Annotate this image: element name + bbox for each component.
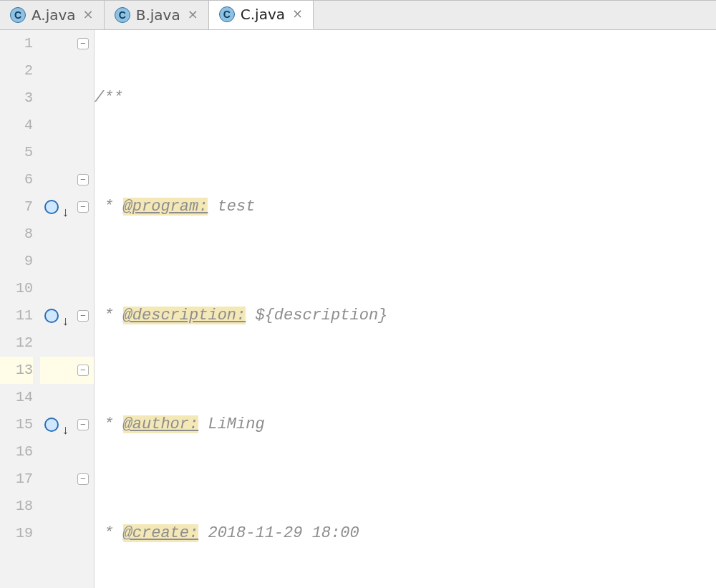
fold-slot — [73, 302, 94, 329]
line-number: 17 — [0, 466, 33, 493]
code-line[interactable]: * @description: ${description} — [95, 302, 716, 329]
gutter-icon-slot — [40, 30, 73, 57]
fold-slot — [73, 520, 94, 547]
fold-toggle-icon[interactable] — [77, 365, 89, 376]
fold-slot — [73, 493, 94, 520]
line-number: 11 — [0, 302, 33, 329]
gutter-icon-slot: ↓ — [40, 411, 73, 438]
gutter-icon-slot: ↓ — [40, 193, 73, 221]
java-class-icon: C — [115, 7, 130, 23]
fold-gutter — [73, 30, 95, 588]
fold-slot — [73, 248, 94, 275]
fold-slot — [73, 221, 94, 248]
line-number: 1 — [0, 30, 33, 57]
close-icon[interactable]: × — [291, 6, 304, 23]
line-number: 10 — [0, 275, 33, 302]
gutter-icon-slot — [40, 493, 73, 520]
code-area[interactable]: /** * @program: test * @description: ${d… — [95, 30, 716, 588]
gutter-icon-slot — [40, 112, 73, 139]
fold-slot — [73, 329, 94, 357]
line-number: 3 — [0, 85, 33, 112]
line-number: 8 — [0, 221, 33, 248]
gutter-icon-slot — [40, 275, 73, 302]
override-icon[interactable] — [44, 418, 59, 432]
code-line[interactable]: * @author: LiMing — [95, 411, 716, 438]
line-number: 18 — [0, 493, 33, 520]
fold-slot — [73, 57, 94, 85]
java-class-icon: C — [10, 7, 26, 23]
gutter-icon-slot — [40, 221, 73, 248]
close-icon[interactable]: × — [186, 6, 200, 24]
override-icon[interactable] — [44, 309, 59, 323]
fold-toggle-icon[interactable] — [77, 419, 89, 430]
gutter-icon-slot — [40, 85, 73, 112]
tab-label: B.java — [136, 6, 180, 24]
fold-slot — [73, 30, 94, 57]
fold-toggle-icon[interactable] — [77, 310, 89, 322]
fold-slot — [73, 357, 94, 384]
line-number: 15 — [0, 411, 33, 438]
line-number: 16 — [0, 438, 33, 466]
fold-toggle-icon[interactable] — [77, 473, 89, 485]
gutter-icon-slot — [40, 520, 73, 547]
tab-label: C.java — [241, 6, 285, 23]
fold-slot — [73, 466, 94, 493]
tab-label: A.java — [32, 6, 76, 24]
line-number: 7 — [0, 193, 33, 221]
fold-toggle-icon[interactable] — [77, 201, 89, 213]
gutter-icon-slot — [40, 357, 73, 384]
code-editor[interactable]: 12345678910111213141516171819 ↓↓↓ /** * … — [0, 30, 716, 588]
override-icon[interactable] — [44, 200, 59, 214]
fold-slot — [73, 438, 94, 466]
line-number: 19 — [0, 520, 33, 547]
fold-slot — [73, 112, 94, 139]
line-number: 14 — [0, 384, 33, 411]
tab-c-java[interactable]: C C.java × — [209, 0, 314, 29]
tab-a-java[interactable]: C A.java × — [0, 0, 105, 29]
line-number: 5 — [0, 139, 33, 166]
line-number: 9 — [0, 248, 33, 275]
fold-toggle-icon[interactable] — [77, 38, 89, 49]
tabbar-spacer — [314, 0, 716, 29]
line-number: 4 — [0, 112, 33, 139]
gutter-icon-slot — [40, 57, 73, 85]
code-line[interactable]: * @program: test — [95, 193, 716, 221]
gutter-icon-slot — [40, 329, 73, 357]
editor-tabbar: C A.java × C B.java × C C.java × — [0, 0, 716, 30]
gutter-icon-slot — [40, 248, 73, 275]
line-number: 6 — [0, 166, 33, 193]
fold-slot — [73, 275, 94, 302]
gutter-icon-slot — [40, 139, 73, 166]
java-class-icon: C — [219, 6, 235, 22]
fold-slot — [73, 384, 94, 411]
code-line[interactable]: * @create: 2018-11-29 18:00 — [95, 520, 716, 547]
line-number-gutter: 12345678910111213141516171819 — [0, 30, 40, 588]
line-number: 2 — [0, 57, 33, 85]
gutter-icon-slot — [40, 438, 73, 466]
code-line[interactable]: /** — [95, 85, 716, 112]
tab-b-java[interactable]: C B.java × — [105, 0, 209, 29]
gutter-icons: ↓↓↓ — [40, 30, 73, 588]
gutter-icon-slot — [40, 466, 73, 493]
fold-slot — [73, 193, 94, 221]
fold-slot — [73, 139, 94, 166]
gutter-icon-slot: ↓ — [40, 302, 73, 329]
fold-slot — [73, 411, 94, 438]
line-number: 13 — [0, 357, 33, 384]
gutter-icon-slot — [40, 166, 73, 193]
fold-slot — [73, 166, 94, 193]
close-icon[interactable]: × — [82, 6, 95, 24]
gutter-icon-slot — [40, 384, 73, 411]
line-number: 12 — [0, 329, 33, 357]
fold-toggle-icon[interactable] — [77, 174, 89, 185]
fold-slot — [73, 85, 94, 112]
